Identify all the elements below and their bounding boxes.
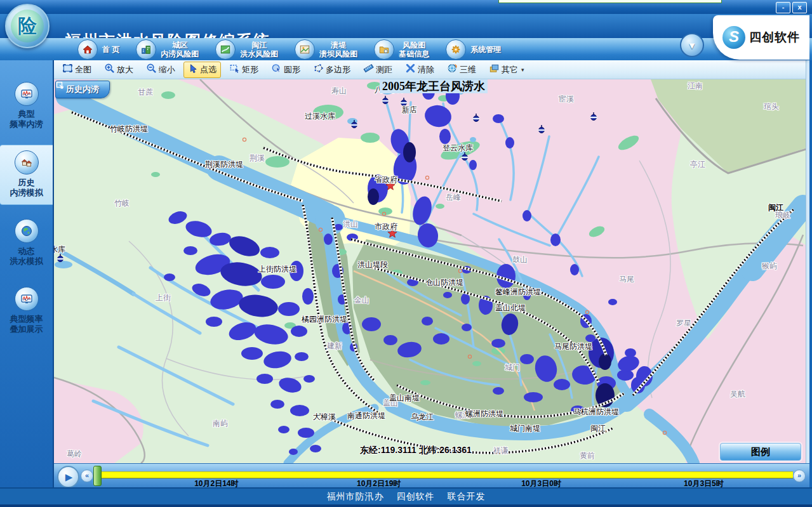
pin-window-icon: [56, 81, 64, 89]
freq-wave-icon: [15, 287, 39, 311]
legend-button[interactable]: 图例: [720, 443, 801, 461]
tool-多边形[interactable]: 多边形: [309, 61, 355, 78]
nav-item-3[interactable]: 闽江洪水风险图: [215, 39, 278, 60]
tool-label: 放大: [117, 64, 133, 76]
sidebar-item-3[interactable]: 动态洪水模拟: [0, 214, 53, 273]
close-button[interactable]: x: [792, 2, 807, 13]
nav-item-1[interactable]: 首 页: [77, 39, 119, 60]
tool-label: 点选: [200, 64, 216, 76]
tool-圆形[interactable]: 圆形: [267, 61, 305, 78]
sidebar-item-4[interactable]: 典型频率叠加展示: [0, 282, 53, 341]
sidebar-item-label: 历史内涝模拟: [0, 178, 53, 198]
rect-select-icon: [229, 63, 240, 76]
map-toolbar: 全图放大缩小点选矩形圆形多边形测距清除三维其它▾: [54, 60, 809, 79]
map-viewport[interactable]: 甘蔗寿山宦溪江南琯头荆溪竹岐岳峰亭江洪山上街金山鼓山马尾猴屿罗星建新城门南屿葛岭…: [54, 79, 806, 463]
timeline-track[interactable]: [96, 471, 793, 478]
app-window: - x 福州市洪水风险图修编系统 险 首 页城区内涝风险图闽江洪水风险图溃堤溃坝…: [0, 0, 812, 507]
sidebar-item-label: 典型频率内涝: [0, 109, 53, 129]
sidebar-item-2[interactable]: 历史内涝模拟: [0, 145, 53, 205]
pointer-icon: [188, 63, 198, 76]
tool-label: 圆形: [284, 64, 300, 76]
other-tools-icon: [489, 63, 500, 76]
folder-info-icon: [374, 39, 394, 60]
nav-item-label: 系统管理: [470, 45, 501, 54]
history-houses-icon: [15, 150, 39, 174]
vendor-logo: S 四创软件: [713, 15, 809, 60]
clear-icon: [405, 63, 416, 76]
credit-text: 福州市防汛办 四创软件 联合开发: [327, 491, 486, 503]
nav-item-2[interactable]: 城区内涝风险图: [136, 39, 199, 60]
minimize-button[interactable]: -: [776, 2, 790, 13]
step-back-button[interactable]: «: [81, 470, 93, 482]
tool-label: 多边形: [326, 64, 350, 76]
tool-label: 三维: [460, 64, 476, 76]
tool-全图[interactable]: 全图: [58, 61, 96, 78]
measure-icon: [363, 63, 374, 76]
nav-item-label: 城区内涝风险图: [161, 41, 199, 58]
tool-label: 清除: [418, 64, 434, 76]
polygon-select-icon: [313, 63, 324, 76]
map-canvas[interactable]: [54, 79, 806, 463]
tool-label: 缩小: [159, 64, 175, 76]
app-logo-icon: 险: [5, 4, 50, 48]
globe-icon: [15, 219, 39, 243]
tool-label: 测距: [376, 64, 392, 76]
home-icon: [77, 39, 98, 60]
sidebar-item-label: 典型频率叠加展示: [0, 314, 53, 334]
picture-map-icon: [295, 39, 315, 60]
collapse-arrow-button[interactable]: ▼: [680, 33, 704, 57]
tool-缩小[interactable]: 缩小: [142, 61, 180, 78]
tool-label: 全图: [75, 64, 91, 76]
fullmap-icon: [62, 63, 73, 76]
play-button[interactable]: ▶: [57, 466, 79, 488]
footer-bar: 福州市防汛办 四创软件 联合开发: [0, 487, 812, 507]
tool-label: 矩形: [242, 64, 258, 76]
zoom-out-icon: [146, 63, 157, 76]
sidebar: 典型频率内涝历史内涝模拟动态洪水模拟典型频率叠加展示: [0, 60, 54, 487]
nav-item-label: 溃堤溃坝风险图: [319, 41, 357, 58]
nav-item-label: 风险图基础信息: [399, 41, 429, 58]
freq-wave-icon: [15, 82, 39, 106]
timeline-slider-handle[interactable]: [93, 466, 102, 486]
nav-item-label: 首 页: [102, 45, 119, 54]
city-buildings-icon: [136, 39, 156, 60]
tool-点选[interactable]: 点选: [183, 62, 221, 78]
vendor-s-icon: S: [722, 26, 745, 49]
timeline-bar: ▶ « » 10月2日14时10月2日19时10月3日0时10月3日5时: [54, 463, 809, 488]
tool-三维[interactable]: 三维: [443, 61, 481, 78]
circle-select-icon: [271, 63, 282, 76]
tool-其它[interactable]: 其它▾: [484, 61, 529, 78]
tool-label: 其它: [502, 64, 518, 76]
cursor-coordinates: 东经:119.3111 北纬:26.1361: [360, 445, 472, 456]
sidebar-item-1[interactable]: 典型频率内涝: [0, 77, 53, 136]
sidebar-item-label: 动态洪水模拟: [0, 246, 53, 267]
nav-item-6[interactable]: 系统管理: [446, 39, 501, 60]
step-forward-button[interactable]: »: [793, 470, 806, 482]
gear-icon: [446, 39, 466, 60]
title-strip: - x: [0, 0, 812, 14]
tool-矩形[interactable]: 矩形: [225, 61, 263, 78]
river-map-icon: [215, 39, 236, 60]
zoom-in-icon: [104, 63, 115, 76]
tooltip-remnant: [498, 0, 722, 3]
nav-item-label: 闽江洪水风险图: [240, 41, 278, 58]
caret-down-icon: ▾: [521, 67, 524, 73]
tool-测距[interactable]: 测距: [359, 61, 397, 78]
right-border-strip: [806, 60, 809, 487]
map-title: 2005年龙王台风涝水: [380, 79, 488, 93]
tool-清除[interactable]: 清除: [401, 61, 439, 78]
tool-放大[interactable]: 放大: [100, 61, 138, 78]
globe-3d-icon: [447, 63, 458, 76]
history-flood-tab[interactable]: 历史内涝: [55, 81, 110, 98]
nav-item-5[interactable]: 风险图基础信息: [374, 39, 429, 60]
nav-item-4[interactable]: 溃堤溃坝风险图: [295, 39, 357, 60]
